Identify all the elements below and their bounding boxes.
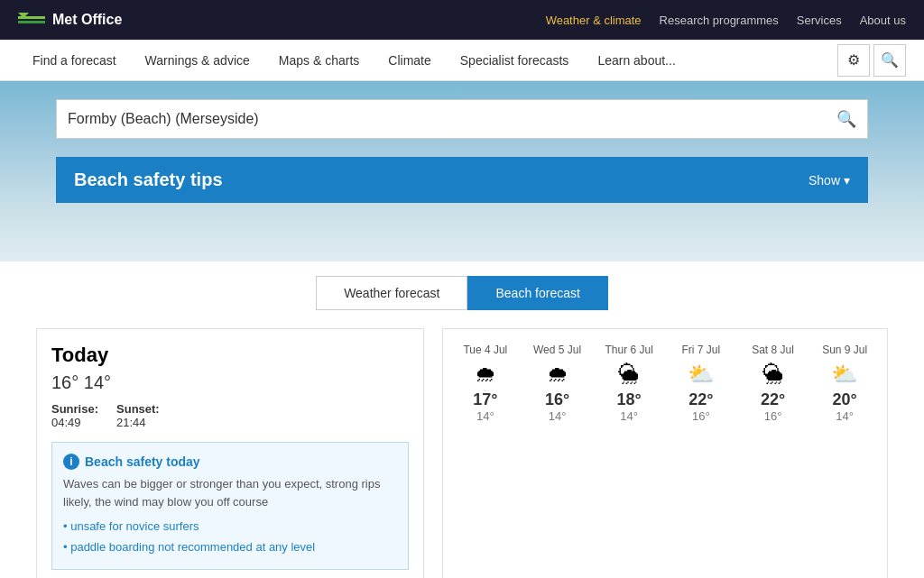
today-title: Today	[51, 344, 409, 367]
day-column: Sun 9 Jul ⛅ 20° 14°	[811, 338, 878, 428]
day-temp-low: 16°	[671, 409, 731, 423]
today-temperatures: 16° 14°	[51, 372, 409, 393]
beach-safety-banner: Beach safety tips Show ▾	[56, 157, 868, 203]
forecast-grid: Today 16° 14° Sunrise: 04:49 Sunset: 21:…	[36, 328, 888, 578]
day-label: Wed 5 Jul	[528, 344, 587, 356]
day-label: Sat 8 Jul	[744, 344, 803, 356]
beach-safety-bullets: • unsafe for novice surfers • paddle boa…	[63, 516, 397, 558]
day-temp-low: 14°	[599, 409, 659, 423]
top-nav-links: Weather & climate Research programmes Se…	[546, 14, 906, 27]
nav-learn[interactable]: Learn about...	[583, 40, 689, 81]
today-panel: Today 16° 14° Sunrise: 04:49 Sunset: 21:…	[36, 328, 424, 578]
day-label: Sun 9 Jul	[815, 344, 874, 356]
day-weather-icon: 🌧	[456, 362, 515, 387]
week-days: Tue 4 Jul 🌧 17° 14° Wed 5 Jul 🌧 16° 14° …	[452, 338, 878, 428]
beach-safety-header-text: Beach safety today	[85, 454, 200, 469]
bullet-1: • unsafe for novice surfers	[63, 516, 397, 537]
nav-climate[interactable]: Climate	[374, 40, 445, 81]
svg-rect-1	[18, 21, 45, 23]
beach-safety-box: i Beach safety today Waves can be bigger…	[51, 442, 409, 570]
day-temp-low: 14°	[456, 409, 515, 423]
day-temp-low: 14°	[528, 409, 587, 423]
today-sun-times: Sunrise: 04:49 Sunset: 21:44	[51, 402, 409, 429]
day-column: Sat 8 Jul 🌦 22° 16°	[740, 338, 807, 428]
day-temp-high: 16°	[528, 390, 587, 409]
main-nav-icons: ⚙ 🔍	[837, 44, 906, 77]
day-temp-high: 17°	[456, 390, 515, 409]
main-nav-links: Find a forecast Warnings & advice Maps &…	[18, 40, 837, 81]
nav-warnings[interactable]: Warnings & advice	[131, 40, 264, 81]
info-icon: i	[63, 454, 79, 470]
today-temp-low: 14°	[84, 372, 111, 392]
top-nav-services[interactable]: Services	[797, 14, 842, 27]
day-weather-icon: 🌧	[528, 362, 587, 387]
main-nav: Find a forecast Warnings & advice Maps &…	[0, 40, 924, 81]
day-temp-high: 22°	[744, 390, 803, 409]
day-column: Tue 4 Jul 🌧 17° 14°	[452, 338, 519, 428]
day-column: Fri 7 Jul ⛅ 22° 16°	[668, 338, 735, 428]
week-forecast: Tue 4 Jul 🌧 17° 14° Wed 5 Jul 🌧 16° 14° …	[442, 328, 888, 578]
sunset-label: Sunset:	[116, 402, 160, 416]
sunrise-value: 04:49	[51, 416, 81, 429]
day-label: Thur 6 Jul	[599, 344, 659, 356]
settings-button[interactable]: ⚙	[837, 44, 870, 77]
beach-safety-description: Waves can be bigger or stronger than you…	[63, 475, 397, 510]
tab-weather-forecast[interactable]: Weather forecast	[316, 276, 467, 310]
day-weather-icon: ⛅	[671, 362, 731, 387]
day-temp-low: 16°	[744, 409, 803, 423]
search-nav-button[interactable]: 🔍	[873, 44, 906, 77]
day-temp-low: 14°	[815, 409, 874, 423]
day-column: Wed 5 Jul 🌧 16° 14°	[524, 338, 591, 428]
nav-specialist[interactable]: Specialist forecasts	[446, 40, 584, 81]
met-office-logo-icon	[18, 11, 45, 29]
day-label: Tue 4 Jul	[456, 344, 515, 356]
nav-maps[interactable]: Maps & charts	[264, 40, 374, 81]
beach-safety-show-button[interactable]: Show ▾	[808, 173, 850, 188]
beach-safety-header: i Beach safety today	[63, 454, 397, 470]
today-temp-high: 16°	[51, 372, 79, 392]
top-nav-about[interactable]: About us	[860, 14, 906, 27]
nav-find-forecast[interactable]: Find a forecast	[18, 40, 131, 81]
day-label: Fri 7 Jul	[671, 344, 731, 356]
top-nav-research[interactable]: Research programmes	[660, 14, 779, 27]
day-weather-icon: 🌦	[744, 362, 803, 387]
location-search-bar: 🔍	[56, 99, 868, 139]
day-temp-high: 22°	[671, 390, 731, 409]
search-icon[interactable]: 🔍	[836, 109, 856, 129]
top-nav-weather[interactable]: Weather & climate	[546, 14, 642, 27]
main-content: Today 16° 14° Sunrise: 04:49 Sunset: 21:…	[0, 319, 924, 578]
beach-safety-title: Beach safety tips	[74, 170, 223, 190]
location-search-input[interactable]	[68, 111, 836, 127]
forecast-tabs: Weather forecast Beach forecast	[0, 261, 924, 319]
sunrise-label: Sunrise:	[51, 402, 98, 416]
day-column: Thur 6 Jul 🌦 18° 14°	[596, 338, 662, 428]
bullet-2: • paddle boarding not recommended at any…	[63, 537, 397, 557]
top-bar: Met Office Weather & climate Research pr…	[0, 0, 924, 40]
day-weather-icon: 🌦	[599, 362, 659, 387]
logo-area: Met Office	[18, 11, 122, 29]
day-weather-icon: ⛅	[815, 362, 874, 387]
tab-beach-forecast[interactable]: Beach forecast	[467, 276, 607, 310]
day-temp-high: 18°	[599, 390, 659, 409]
sunset-value: 21:44	[116, 416, 146, 429]
logo-text: Met Office	[52, 12, 122, 28]
day-temp-high: 20°	[815, 390, 874, 409]
hero-section: 🔍 Beach safety tips Show ▾	[0, 81, 924, 261]
